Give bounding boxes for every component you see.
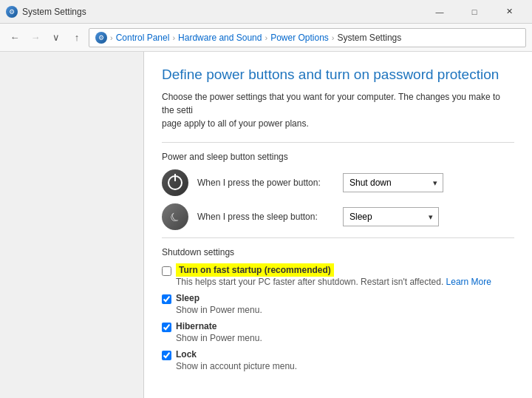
title-bar-controls: — □ ✕: [423, 0, 526, 24]
sleep-dropdown[interactable]: Do nothing Sleep Hibernate Shut down: [343, 207, 439, 226]
breadcrumb-control-panel[interactable]: Control Panel: [116, 33, 170, 43]
shutdown-section: Shutdown settings Turn on fast startup (…: [162, 247, 514, 371]
content-area: Define power buttons and turn on passwor…: [144, 52, 532, 398]
fast-startup-label[interactable]: Turn on fast startup (recommended): [176, 263, 334, 277]
fast-startup-label-text: Turn on fast startup (recommended): [176, 263, 334, 277]
title-bar: ⚙ System Settings — □ ✕: [0, 0, 532, 24]
breadcrumb: ⚙ › Control Panel › Hardware and Sound ›…: [89, 28, 526, 47]
power-dropdown[interactable]: Do nothing Sleep Hibernate Shut down Tur…: [343, 173, 443, 192]
fast-startup-desc: This helps start your PC faster after sh…: [176, 277, 491, 287]
lock-content: Lock Show in account picture menu.: [176, 349, 297, 371]
close-button[interactable]: ✕: [492, 0, 526, 24]
power-dropdown-wrapper: Do nothing Sleep Hibernate Shut down Tur…: [343, 173, 443, 192]
sleep-label[interactable]: Sleep: [176, 293, 200, 303]
minimize-button[interactable]: —: [423, 0, 457, 24]
hibernate-label[interactable]: Hibernate: [176, 321, 216, 331]
hibernate-checkbox-row: Hibernate Show in Power menu.: [162, 321, 514, 343]
app-icon: ⚙: [6, 6, 18, 18]
title-bar-text: System Settings: [22, 7, 86, 17]
breadcrumb-power-options[interactable]: Power Options: [270, 33, 329, 43]
page-description: Choose the power settings that you want …: [162, 90, 514, 130]
sleep-dropdown-wrapper: Do nothing Sleep Hibernate Shut down: [343, 207, 439, 226]
maximize-button[interactable]: □: [457, 0, 491, 24]
fast-startup-content: Turn on fast startup (recommended) This …: [176, 265, 491, 287]
hibernate-desc: Show in Power menu.: [176, 333, 262, 343]
power-icon-inner: [168, 175, 183, 190]
moon-icon: ☾: [167, 208, 183, 225]
fast-startup-row: Turn on fast startup (recommended) This …: [162, 265, 514, 287]
sleep-content: Sleep Show in Power menu.: [176, 293, 262, 315]
sidebar: [0, 52, 144, 398]
sleep-checkbox[interactable]: [162, 294, 171, 304]
shutdown-section-label: Shutdown settings: [162, 247, 514, 257]
sleep-button-label: When I press the sleep button:: [197, 212, 334, 222]
power-button-row: When I press the power button: Do nothin…: [162, 169, 514, 196]
back-button[interactable]: ←: [6, 29, 24, 47]
power-sleep-section-label: Power and sleep button settings: [162, 152, 514, 162]
page-title: Define power buttons and turn on passwor…: [162, 67, 514, 83]
divider-2: [162, 237, 514, 238]
sleep-button-row: ☾ When I press the sleep button: Do noth…: [162, 203, 514, 230]
page-desc-line2: page apply to all of your power plans.: [162, 118, 309, 129]
sleep-checkbox-row: Sleep Show in Power menu.: [162, 293, 514, 315]
power-button-label: When I press the power button:: [197, 178, 334, 188]
divider-1: [162, 142, 514, 143]
hibernate-checkbox[interactable]: [162, 323, 171, 332]
fast-startup-checkbox[interactable]: [162, 266, 171, 276]
forward-button[interactable]: →: [27, 29, 44, 47]
breadcrumb-icon: ⚙: [95, 32, 107, 44]
sleep-desc: Show in Power menu.: [176, 305, 262, 315]
breadcrumb-hardware-sound[interactable]: Hardware and Sound: [178, 33, 262, 43]
fast-startup-desc-text: This helps start your PC faster after sh…: [176, 277, 443, 287]
up-button[interactable]: ↑: [68, 29, 86, 47]
address-bar: ← → ∨ ↑ ⚙ › Control Panel › Hardware and…: [0, 24, 532, 52]
hibernate-content: Hibernate Show in Power menu.: [176, 321, 262, 343]
lock-checkbox[interactable]: [162, 351, 171, 360]
learn-more-link[interactable]: Learn More: [446, 277, 491, 287]
lock-checkbox-row: Lock Show in account picture menu.: [162, 349, 514, 371]
power-icon: [162, 169, 188, 196]
breadcrumb-current: System Settings: [338, 33, 402, 43]
page-desc-line1: Choose the power settings that you want …: [162, 92, 500, 115]
sleep-icon: ☾: [162, 203, 188, 230]
dropdown-button[interactable]: ∨: [47, 29, 65, 47]
main-wrapper: Define power buttons and turn on passwor…: [0, 52, 532, 398]
lock-desc: Show in account picture menu.: [176, 361, 297, 371]
lock-label[interactable]: Lock: [176, 349, 197, 360]
